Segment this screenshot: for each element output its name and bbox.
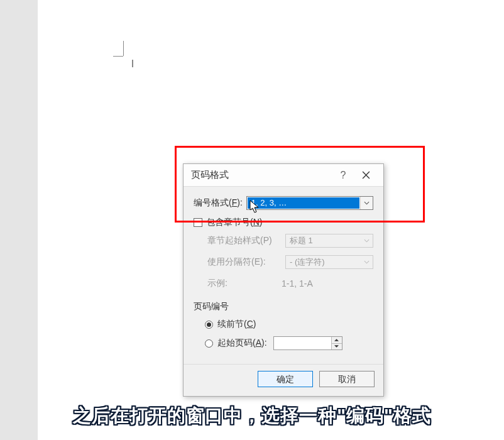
- video-subtitle: 之后在打开的窗口中，选择一种"编码"格式: [0, 404, 504, 429]
- spinner-down-button[interactable]: [332, 344, 342, 350]
- chevron-down-icon: [360, 197, 373, 209]
- separator-label: 使用分隔符(E):: [207, 256, 282, 268]
- page-numbering-title: 页码编号: [194, 301, 373, 312]
- number-format-row: 编号格式(F): 1, 2, 3, …: [194, 195, 373, 211]
- chapter-start-value: 标题 1: [290, 235, 313, 246]
- chapter-start-label: 章节起始样式(P): [207, 235, 282, 246]
- close-icon: [362, 171, 370, 179]
- separator-dropdown: - (连字符): [285, 255, 373, 269]
- number-format-label: 编号格式(F):: [194, 197, 243, 209]
- spinner-up-button[interactable]: [332, 337, 342, 344]
- include-chapter-checkbox[interactable]: [194, 218, 202, 227]
- include-chapter-label: 包含章节号(N): [206, 217, 262, 228]
- page-number-format-dialog: 页码格式 ? 编号格式(F): 1, 2, 3, … 包含章节号(N): [183, 163, 384, 397]
- continue-radio-row[interactable]: 续前节(C): [194, 317, 373, 331]
- chapter-start-dropdown: 标题 1: [285, 234, 373, 248]
- continue-label: 续前节(C): [217, 319, 256, 330]
- dialog-titlebar: 页码格式 ?: [184, 164, 383, 187]
- chevron-down-icon: [361, 257, 371, 267]
- dialog-footer: 确定 取消: [184, 364, 383, 396]
- start-at-label: 起始页码(A):: [217, 338, 267, 349]
- chevron-down-icon: [361, 236, 371, 246]
- start-at-spinner[interactable]: [273, 336, 342, 350]
- separator-value: - (连字符): [290, 256, 325, 268]
- number-format-dropdown[interactable]: 1, 2, 3, …: [246, 196, 373, 210]
- number-format-value: 1, 2, 3, …: [248, 197, 359, 209]
- page-numbering-fieldset: 页码编号 续前节(C) 起始页码(A):: [194, 297, 373, 360]
- close-button[interactable]: [352, 165, 380, 185]
- example-value: 1-1, 1-A: [282, 278, 356, 289]
- help-button[interactable]: ?: [334, 170, 352, 181]
- cancel-button[interactable]: 取消: [319, 371, 375, 387]
- start-at-radio-row[interactable]: 起始页码(A):: [194, 336, 373, 350]
- ok-button[interactable]: 确定: [258, 371, 313, 387]
- start-at-radio[interactable]: [205, 339, 213, 348]
- continue-radio[interactable]: [205, 321, 213, 329]
- example-row: 示例: 1-1, 1-A: [194, 276, 373, 291]
- dialog-title: 页码格式: [191, 169, 334, 181]
- dialog-body: 编号格式(F): 1, 2, 3, … 包含章节号(N) 章节起始样式(P) 标…: [184, 187, 383, 360]
- separator-row: 使用分隔符(E): - (连字符): [194, 255, 373, 270]
- chapter-start-row: 章节起始样式(P) 标题 1: [194, 233, 373, 248]
- example-label: 示例:: [207, 278, 282, 289]
- paragraph-mark: [113, 41, 135, 66]
- include-chapter-row[interactable]: 包含章节号(N): [194, 217, 373, 228]
- spinner-buttons: [331, 337, 342, 349]
